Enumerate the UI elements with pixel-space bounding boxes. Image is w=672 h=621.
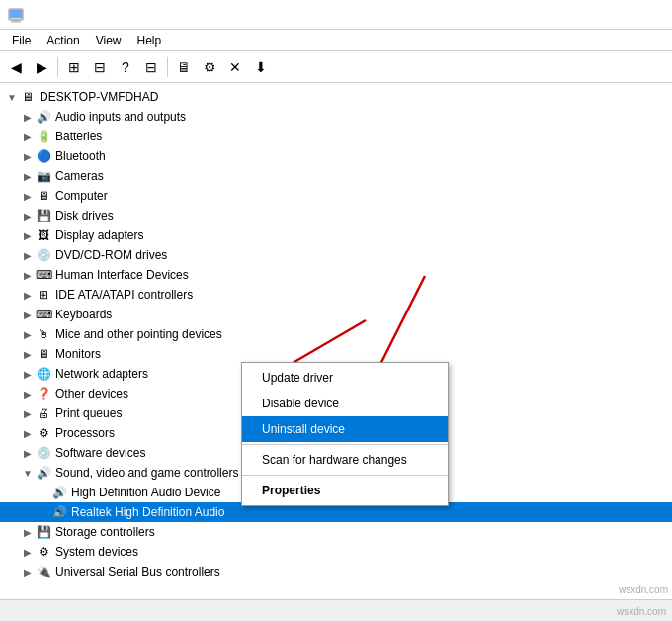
expand-arrow: ▶	[20, 267, 36, 283]
item-label: Realtek High Definition Audio	[71, 505, 224, 519]
expand-arrow: ▶	[20, 227, 36, 243]
menu-item-file[interactable]: File	[4, 32, 39, 49]
item-icon: 🔵	[36, 148, 51, 164]
tree-btn[interactable]: ⊟	[139, 55, 163, 79]
item-icon: 🔋	[36, 129, 51, 144]
tree-root[interactable]: ▼🖥DESKTOP-VMFDHAD	[0, 87, 672, 107]
main-content: ▼🖥DESKTOP-VMFDHAD▶🔊Audio inputs and outp…	[0, 83, 672, 599]
item-label: Disk drives	[55, 209, 114, 222]
item-icon: ⚙	[36, 544, 51, 560]
item-label: Other devices	[55, 387, 128, 400]
item-label: Processors	[55, 426, 115, 440]
remove-btn[interactable]: ✕	[223, 55, 247, 79]
expand-arrow: ▼	[20, 465, 36, 481]
item-icon: 🖥	[36, 188, 51, 204]
expand-arrow: ▶	[20, 208, 36, 223]
tree-item-monitors[interactable]: ▶🖥Monitors	[0, 344, 672, 364]
expand-arrow: ▶	[20, 188, 36, 204]
item-icon: 🖥	[36, 346, 51, 362]
item-icon: 💿	[36, 247, 51, 263]
item-label: High Definition Audio Device	[71, 486, 220, 499]
menu-item-action[interactable]: Action	[39, 32, 87, 49]
item-label: Audio inputs and outputs	[55, 110, 186, 124]
item-icon: 🔊	[36, 109, 51, 125]
item-icon: 🔌	[36, 564, 51, 579]
root-label: DESKTOP-VMFDHAD	[40, 90, 158, 104]
item-label: Computer	[55, 189, 108, 203]
item-icon: 🖨	[36, 405, 51, 421]
item-label: Universal Serial Bus controllers	[55, 565, 220, 578]
item-icon: 💾	[36, 524, 51, 540]
item-label: Bluetooth	[55, 149, 106, 163]
ctx-update-driver[interactable]: Update driver	[242, 365, 448, 391]
tree: ▼🖥DESKTOP-VMFDHAD▶🔊Audio inputs and outp…	[0, 83, 672, 585]
item-label: Software devices	[55, 446, 145, 460]
tree-item-keyboards[interactable]: ▶⌨Keyboards	[0, 305, 672, 324]
tree-item-ide[interactable]: ▶⊞IDE ATA/ATAPI controllers	[0, 285, 672, 305]
forward-button[interactable]: ▶	[30, 55, 53, 79]
item-icon: 🖼	[36, 227, 51, 243]
close-button[interactable]	[642, 5, 664, 25]
expand-arrow: ▶	[20, 326, 36, 342]
install-btn[interactable]: ⬇	[249, 55, 273, 79]
ctx-disable-device[interactable]: Disable device	[242, 391, 448, 416]
expand-arrow: ▶	[20, 247, 36, 263]
tree-item-batteries[interactable]: ▶🔋Batteries	[0, 127, 672, 146]
maximize-button[interactable]	[619, 5, 640, 25]
watermark-badge: wsxdn.com	[617, 606, 666, 617]
expand-arrow: ▶	[20, 366, 36, 382]
expand-icon: ▼	[4, 89, 20, 105]
tree-item-system[interactable]: ▶⚙System devices	[0, 542, 672, 562]
monitor-icon-btn[interactable]: 🖥	[172, 55, 196, 79]
item-label: Storage controllers	[55, 525, 155, 539]
expand-arrow: ▶	[20, 564, 36, 579]
help-btn[interactable]: ?	[114, 55, 137, 79]
ctx-scan[interactable]: Scan for hardware changes	[242, 447, 448, 473]
item-label: Batteries	[55, 130, 102, 143]
tree-item-displayadapters[interactable]: ▶🖼Display adapters	[0, 225, 672, 245]
tree-item-audio[interactable]: ▶🔊Audio inputs and outputs	[0, 107, 672, 127]
item-label: Sound, video and game controllers	[55, 466, 238, 480]
svg-rect-3	[11, 21, 21, 22]
item-label: Keyboards	[55, 308, 112, 321]
gear-icon-btn[interactable]: ⚙	[198, 55, 221, 79]
back-button[interactable]: ◀	[4, 55, 28, 79]
item-icon: ❓	[36, 386, 51, 401]
item-label: Monitors	[55, 347, 101, 361]
item-icon: 🌐	[36, 366, 51, 382]
title-bar-controls	[595, 5, 664, 25]
sep2-separator	[242, 475, 448, 476]
tree-item-cameras[interactable]: ▶📷Cameras	[0, 166, 672, 186]
item-label: Mice and other pointing devices	[55, 327, 222, 341]
svg-rect-2	[13, 20, 19, 22]
tree-item-mice[interactable]: ▶🖱Mice and other pointing devices	[0, 324, 672, 344]
item-label: Display adapters	[55, 228, 143, 242]
tree-item-usb[interactable]: ▶🔌Universal Serial Bus controllers	[0, 562, 672, 581]
item-icon: 🔊	[36, 465, 51, 481]
ctx-properties[interactable]: Properties	[242, 478, 448, 503]
sep1-separator	[242, 444, 448, 445]
root-icon: 🖥	[20, 89, 36, 105]
tree-item-computer[interactable]: ▶🖥Computer	[0, 186, 672, 206]
expand-arrow: ▶	[20, 346, 36, 362]
collapse-btn[interactable]: ⊟	[88, 55, 112, 79]
item-label: Print queues	[55, 406, 122, 420]
item-icon: 💿	[36, 445, 51, 461]
expand-arrow: ▶	[20, 425, 36, 441]
item-icon: 📷	[36, 168, 51, 184]
minimize-button[interactable]	[595, 5, 617, 25]
tree-item-hid[interactable]: ▶⌨Human Interface Devices	[0, 265, 672, 285]
tree-item-storage[interactable]: ▶💾Storage controllers	[0, 522, 672, 542]
item-icon: 🔊	[51, 485, 67, 500]
expand-arrow: ▶	[20, 109, 36, 125]
menu-item-help[interactable]: Help	[129, 32, 170, 49]
tree-item-diskdrives[interactable]: ▶💾Disk drives	[0, 206, 672, 225]
expand-btn[interactable]: ⊞	[62, 55, 86, 79]
toolbar-sep1	[57, 57, 58, 77]
tree-item-dvd[interactable]: ▶💿DVD/CD-ROM drives	[0, 245, 672, 265]
tree-item-bluetooth[interactable]: ▶🔵Bluetooth	[0, 146, 672, 166]
expand-arrow: ▶	[20, 524, 36, 540]
item-label: Cameras	[55, 169, 104, 183]
ctx-uninstall-device[interactable]: Uninstall device	[242, 416, 448, 442]
menu-item-view[interactable]: View	[88, 32, 129, 49]
